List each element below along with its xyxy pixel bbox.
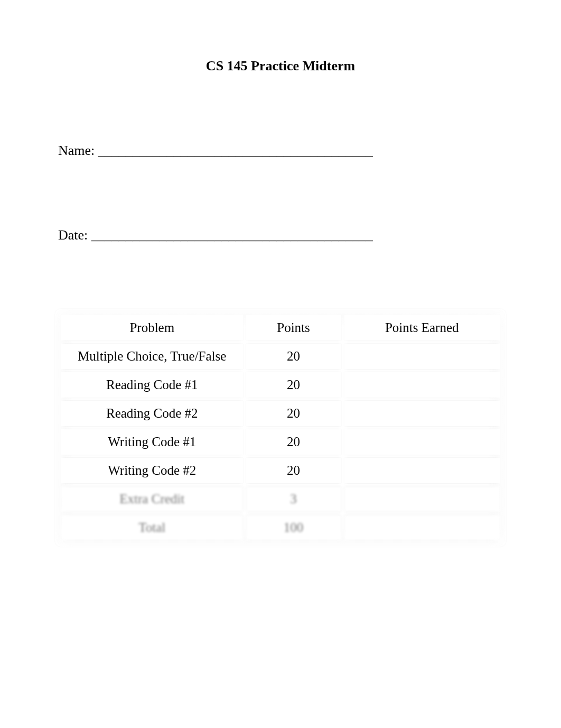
table-row: Multiple Choice, True/False 20 xyxy=(61,344,500,369)
cell-points: 20 xyxy=(246,344,341,369)
cell-points: 100 xyxy=(246,515,341,540)
cell-points: 20 xyxy=(246,458,341,483)
cell-earned xyxy=(344,429,500,455)
cell-problem: Reading Code #2 xyxy=(61,401,243,426)
cell-earned xyxy=(344,401,500,426)
date-field: Date: __________________________________… xyxy=(58,227,503,243)
header-earned: Points Earned xyxy=(344,315,500,340)
table-row: Writing Code #2 20 xyxy=(61,458,500,483)
cell-earned xyxy=(344,486,500,512)
header-points: Points xyxy=(246,315,341,340)
cell-problem: Total xyxy=(61,515,243,540)
cell-points: 20 xyxy=(246,372,341,398)
table-row: Reading Code #2 20 xyxy=(61,401,500,426)
cell-points: 20 xyxy=(246,401,341,426)
cell-earned xyxy=(344,344,500,369)
table-row: Writing Code #1 20 xyxy=(61,429,500,455)
cell-earned xyxy=(344,372,500,398)
score-table: Problem Points Points Earned Multiple Ch… xyxy=(58,312,503,543)
cell-earned xyxy=(344,515,500,540)
cell-problem: Writing Code #2 xyxy=(61,458,243,483)
score-table-container: Problem Points Points Earned Multiple Ch… xyxy=(58,312,503,543)
cell-problem: Writing Code #1 xyxy=(61,429,243,455)
cell-earned xyxy=(344,458,500,483)
cell-points: 3 xyxy=(246,486,341,512)
header-problem: Problem xyxy=(61,315,243,340)
table-header-row: Problem Points Points Earned xyxy=(61,315,500,340)
cell-problem: Reading Code #1 xyxy=(61,372,243,398)
table-row: Total 100 xyxy=(61,515,500,540)
table-row: Extra Credit 3 xyxy=(61,486,500,512)
cell-problem: Multiple Choice, True/False xyxy=(61,344,243,369)
table-row: Reading Code #1 20 xyxy=(61,372,500,398)
name-field: Name: __________________________________… xyxy=(58,143,503,159)
cell-problem: Extra Credit xyxy=(61,486,243,512)
cell-points: 20 xyxy=(246,429,341,455)
page-title: CS 145 Practice Midterm xyxy=(58,58,503,74)
exam-page: CS 145 Practice Midterm Name: __________… xyxy=(0,0,561,543)
